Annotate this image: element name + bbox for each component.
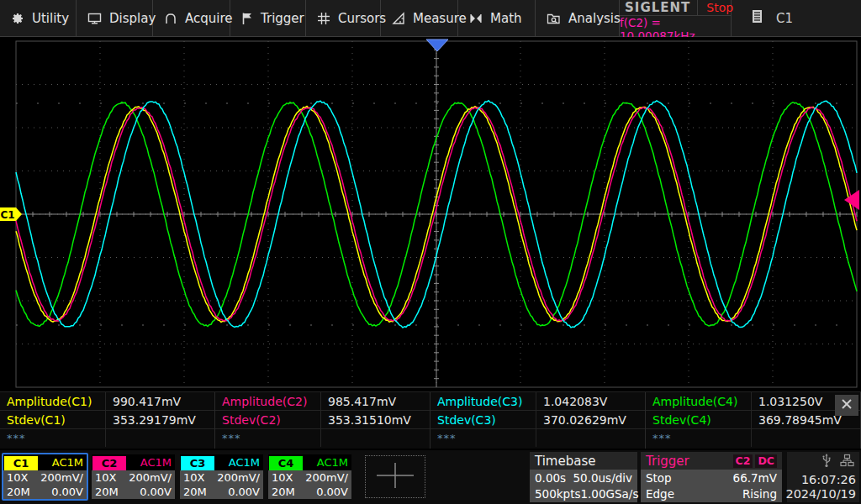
clock-date: 2024/10/19: [785, 487, 856, 501]
measurement-placeholder: ***: [430, 429, 536, 447]
logo-status-block: SIGLENT Stop f(C2) = 10.00087kHz: [620, 0, 732, 36]
channel-badge: C3: [181, 456, 214, 470]
timebase-scale: 50.0us/div: [573, 471, 632, 485]
c1-zero-marker-label: C1: [0, 209, 14, 221]
channel-box-c4[interactable]: C4 AC1M 10X200mV/ 20M0.00V: [267, 453, 353, 501]
channel-scale: 200mV/: [217, 471, 260, 484]
channel-strip: C1 AC1M 10X200mV/ 20M0.00V C2 AC1M 10X20…: [2, 453, 353, 501]
math-icon: [469, 12, 483, 25]
measurement-table: Amplitude(C1) 990.417mV Stdev(C1) 353.29…: [0, 391, 861, 449]
measurement-placeholder: ***: [0, 429, 106, 447]
measurement-label: Stdev(C2): [215, 411, 321, 428]
measurement-row: Amplitude(C3) 1.042083V: [430, 392, 645, 411]
trigger-slope: Rising: [742, 487, 777, 501]
waveform-display-area[interactable]: C1: [0, 37, 861, 391]
measurement-value: 985.417mV: [321, 395, 430, 408]
active-channel-label: C1: [776, 11, 793, 26]
acquire-icon: [164, 12, 177, 25]
measure-ruler-icon: [392, 12, 405, 25]
oscilloscope-screen: Utility Display Acquire Trigger Cursors: [0, 0, 861, 504]
measurement-value: 353.31510mV: [321, 413, 430, 427]
menu-display-label: Display: [109, 11, 156, 26]
scope-graticule-svg: C1: [0, 37, 861, 391]
channel-offset: 0.00V: [51, 486, 83, 498]
measurement-row: Stdev(C3) 370.02629mV: [430, 411, 645, 429]
channel-bandwidth: 20M: [7, 486, 30, 498]
menu-utility[interactable]: Utility: [0, 0, 77, 36]
measurement-row: Stdev(C1) 353.29179mV: [0, 411, 214, 429]
measurement-value: 353.29179mV: [106, 413, 214, 427]
menu-acquire[interactable]: Acquire: [153, 0, 230, 36]
top-menu-bar: Utility Display Acquire Trigger Cursors: [0, 0, 861, 37]
measurement-placeholder: ***: [646, 429, 752, 447]
timebase-title: Timebase: [535, 454, 595, 469]
trigger-level: 66.7mV: [733, 471, 777, 485]
menu-display[interactable]: Display: [77, 0, 153, 36]
cursors-grid-icon: [317, 12, 330, 25]
channel-coupling: AC1M: [140, 456, 175, 469]
trigger-level-marker[interactable]: [844, 190, 859, 210]
measurement-row: ***: [646, 429, 860, 447]
measurement-row: Amplitude(C1) 990.417mV: [0, 392, 214, 411]
channel-offset: 0.00V: [228, 486, 260, 498]
measurement-row: Amplitude(C2) 985.417mV: [215, 392, 430, 411]
measurement-group-c2: Amplitude(C2) 985.417mV Stdev(C2) 353.31…: [215, 392, 430, 449]
measurement-placeholder: ***: [215, 429, 321, 447]
measurement-row: Amplitude(C4) 1.031250V: [646, 392, 860, 411]
channel-probe: 10X: [95, 471, 116, 484]
menu-analysis[interactable]: Analysis: [536, 0, 620, 36]
menu-utility-label: Utility: [32, 11, 69, 26]
measurement-row: ***: [215, 429, 430, 447]
timebase-panel[interactable]: Timebase 0.00s50.0us/div 500kpts1.00GSa/…: [530, 452, 637, 502]
channel-coupling: AC1M: [229, 456, 263, 469]
channel-probe: 10X: [272, 471, 293, 484]
plus-crosshair-icon: [377, 463, 414, 491]
gear-icon: [11, 12, 24, 25]
trigger-type: Edge: [646, 487, 674, 501]
close-measurements-button[interactable]: [835, 395, 858, 416]
trigger-source-badge: C2: [733, 454, 753, 468]
channel-box-c1[interactable]: C1 AC1M 10X200mV/ 20M0.00V: [2, 453, 88, 501]
measurement-label: Amplitude(C4): [646, 392, 752, 410]
measurement-label: Stdev(C1): [0, 411, 106, 428]
channel-offset: 0.00V: [140, 486, 172, 498]
channel-scale: 200mV/: [129, 471, 172, 484]
menu-trigger[interactable]: Trigger: [230, 0, 306, 36]
menu-cursors[interactable]: Cursors: [306, 0, 381, 36]
measurement-value: 1.042083V: [536, 395, 645, 408]
channel-scale: 200mV/: [305, 471, 348, 484]
channel-box-c2[interactable]: C2 AC1M 10X200mV/ 20M0.00V: [90, 453, 177, 501]
channel-badge: C1: [4, 456, 38, 470]
add-item-dropzone[interactable]: [365, 455, 425, 498]
channel-bandwidth: 20M: [272, 486, 295, 498]
channel-coupling: AC1M: [317, 456, 351, 469]
measurement-label: Amplitude(C3): [430, 392, 536, 410]
measurement-value: 370.02629mV: [536, 413, 645, 427]
trigger-position-marker[interactable]: [426, 39, 448, 51]
channel-box-c3[interactable]: C3 AC1M 10X200mV/ 20M0.00V: [178, 453, 265, 501]
channel-bandwidth: 20M: [183, 486, 207, 498]
datetime-panel: 16:07:26 2024/10/19: [787, 452, 859, 502]
lan-icon: [840, 454, 854, 471]
menu-measure[interactable]: Measure: [381, 0, 458, 36]
menu-analysis-label: Analysis: [568, 11, 621, 26]
flag-icon: [241, 12, 253, 25]
bottom-status-bar: C1 AC1M 10X200mV/ 20M0.00V C2 AC1M 10X20…: [0, 450, 861, 504]
menu-math[interactable]: Math: [458, 0, 536, 36]
measurement-group-c3: Amplitude(C3) 1.042083V Stdev(C3) 370.02…: [430, 392, 646, 449]
measurement-group-c1: Amplitude(C1) 990.417mV Stdev(C1) 353.29…: [0, 392, 215, 449]
measurement-label: Amplitude(C1): [0, 392, 106, 410]
trigger-coupling-badge: DC: [755, 454, 777, 468]
channel-badge: C2: [92, 456, 126, 470]
c1-zero-marker-arrow: [16, 207, 22, 221]
measurement-row: ***: [0, 429, 214, 447]
channel-scale: 200mV/: [40, 471, 83, 484]
channel-coupling: AC1M: [52, 456, 87, 469]
menu-math-label: Math: [490, 11, 522, 26]
measurement-row: ***: [430, 429, 645, 447]
menu-cursors-label: Cursors: [338, 11, 386, 26]
trigger-panel[interactable]: Trigger C2 DC Stop66.7mV EdgeRising: [641, 452, 782, 502]
trigger-status: Stop: [646, 471, 672, 485]
active-channel-indicator[interactable]: C1: [732, 0, 861, 36]
menu-acquire-label: Acquire: [185, 11, 233, 26]
